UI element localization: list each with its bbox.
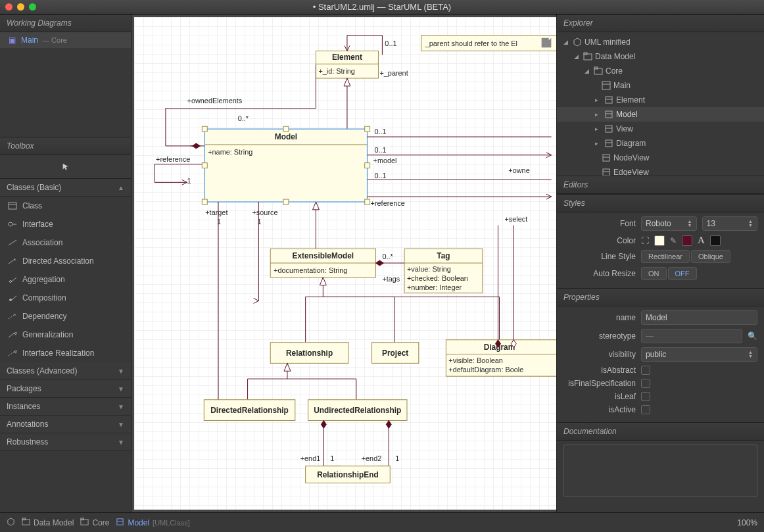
uml-class-relationship[interactable]: Relationship xyxy=(270,343,348,364)
prop-isfinal-checkbox[interactable] xyxy=(641,379,650,388)
zoom-level[interactable]: 100% xyxy=(737,518,757,527)
text-color-icon[interactable]: A xyxy=(698,235,705,246)
eyedropper-icon[interactable]: ⛶ xyxy=(641,236,649,245)
documentation-textarea[interactable] xyxy=(563,445,757,497)
svg-text:0..1: 0..1 xyxy=(375,172,387,180)
prop-name-input[interactable]: Model xyxy=(641,310,757,325)
group-annotations[interactable]: Annotations▼ xyxy=(0,416,131,433)
tree-node-model[interactable]: ▸Model xyxy=(557,107,764,122)
tree-node-element[interactable]: ▸Element xyxy=(557,93,764,107)
svg-text:0..*: 0..* xyxy=(238,114,249,122)
cursor-tool[interactable] xyxy=(0,155,131,179)
prop-isabstract-checkbox[interactable] xyxy=(641,366,650,375)
svg-point-2 xyxy=(9,222,12,226)
tree-node-view[interactable]: ▸View xyxy=(557,122,764,136)
tool-generalization[interactable]: Generalization xyxy=(0,326,131,344)
search-icon[interactable]: 🔍 xyxy=(748,331,757,341)
svg-text:0..1: 0..1 xyxy=(375,128,387,135)
svg-text:0..*: 0..* xyxy=(382,253,393,260)
tool-composition[interactable]: Composition xyxy=(0,289,131,307)
uml-class-tag[interactable]: Tag +value: String +checked: Boolean +nu… xyxy=(404,249,483,293)
svg-text:1: 1 xyxy=(395,454,399,462)
svg-line-6 xyxy=(12,278,16,281)
svg-text:0..1: 0..1 xyxy=(385,39,396,47)
uml-class-relationshipend[interactable]: RelationshipEnd xyxy=(306,466,391,483)
explorer-tree[interactable]: ◢UML minified ◢Data Model ◢Core Main ▸El… xyxy=(557,32,764,176)
breadcrumb-datamodel[interactable]: Data Model xyxy=(22,518,74,528)
chevron-down-icon: ▼ xyxy=(118,439,124,446)
svg-text:Tag: Tag xyxy=(437,251,450,260)
tree-node-core[interactable]: ◢Core xyxy=(557,64,764,78)
uml-class-extensiblemodel[interactable]: ExtensibleModel +documentation: String xyxy=(270,249,375,278)
group-instances[interactable]: Instances▼ xyxy=(0,398,131,416)
svg-text:+_id: String: +_id: String xyxy=(318,67,354,75)
fill-color-swatch[interactable] xyxy=(654,235,665,246)
status-bar: Data Model Core Model[UMLClass] 100% xyxy=(0,512,764,532)
tool-interface[interactable]: Interface xyxy=(0,215,131,233)
autoresize-off-button[interactable]: OFF xyxy=(668,267,697,280)
prop-stereotype-input[interactable]: — xyxy=(641,329,742,343)
uml-class-directedrelationship[interactable]: DirectedRelationship xyxy=(204,400,295,421)
svg-text:ExtensibleModel: ExtensibleModel xyxy=(293,251,354,260)
left-panel: Working Diagrams ▣ Main — Core Toolbox C… xyxy=(0,14,131,512)
linestyle-oblique-button[interactable]: Oblique xyxy=(691,250,730,263)
svg-text:+reference: +reference xyxy=(156,155,190,163)
tool-directed-association[interactable]: Directed Association xyxy=(0,252,131,270)
svg-text:+source: +source xyxy=(252,208,278,216)
group-packages[interactable]: Packages▼ xyxy=(0,380,131,398)
font-select[interactable]: Roboto▲▼ xyxy=(641,216,697,231)
prop-isleaf-label: isLeaf xyxy=(563,392,636,401)
tool-aggregation[interactable]: Aggregation xyxy=(0,270,131,289)
color-label: Color xyxy=(563,236,636,245)
linestyle-rectilinear-button[interactable]: Rectilinear xyxy=(641,250,690,263)
tool-association[interactable]: Association xyxy=(0,233,131,252)
svg-text:+ownedElements: +ownedElements xyxy=(187,97,243,105)
working-diagram-item[interactable]: ▣ Main — Core xyxy=(0,32,131,48)
tree-node-nodeview[interactable]: NodeView xyxy=(557,151,764,165)
text-color-swatch[interactable] xyxy=(710,235,721,246)
svg-line-8 xyxy=(9,314,15,319)
group-classes-basic[interactable]: Classes (Basic)▲ xyxy=(0,179,131,197)
svg-rect-83 xyxy=(606,97,612,103)
svg-rect-27 xyxy=(202,126,207,132)
tool-dependency[interactable]: Dependency xyxy=(0,307,131,326)
side-drawer-handle[interactable] xyxy=(539,36,556,52)
prop-visibility-select[interactable]: public▲▼ xyxy=(641,347,757,362)
tree-node-root[interactable]: ◢UML minified xyxy=(557,35,764,49)
chevron-up-icon: ▲ xyxy=(118,184,124,191)
prop-isleaf-checkbox[interactable] xyxy=(641,392,650,401)
svg-text:+visible: Boolean: +visible: Boolean xyxy=(448,356,503,364)
svg-line-7 xyxy=(12,296,16,300)
breadcrumb-project[interactable] xyxy=(7,518,15,528)
uml-class-model[interactable]: Model +name: String xyxy=(202,126,370,205)
linestyle-label: Line Style xyxy=(563,252,636,261)
tool-class[interactable]: Class xyxy=(0,197,131,215)
tree-node-diagram[interactable]: ▸Diagram xyxy=(557,136,764,151)
svg-text:+checked: Boolean: +checked: Boolean xyxy=(407,274,468,282)
breadcrumb-core[interactable]: Core xyxy=(80,518,109,528)
group-classes-advanced[interactable]: Classes (Advanced)▼ xyxy=(0,362,131,380)
tree-node-main[interactable]: Main xyxy=(557,78,764,93)
tree-node-edgeview[interactable]: EdgeView xyxy=(557,165,764,176)
styles-header: Styles xyxy=(557,194,764,212)
font-size-select[interactable]: 13▲▼ xyxy=(702,216,758,231)
group-robustness[interactable]: Robustness▼ xyxy=(0,433,131,451)
svg-text:+number: Integer: +number: Integer xyxy=(407,283,462,291)
svg-text:+tags: +tags xyxy=(382,275,400,283)
uml-class-undirectedrelationship[interactable]: UndirectedRelationship xyxy=(308,400,407,421)
uml-class-project[interactable]: Project xyxy=(372,343,419,364)
uml-note[interactable]: _parent should refer to the El xyxy=(421,36,556,51)
svg-text:+reference: +reference xyxy=(371,199,405,207)
diagram-canvas[interactable]: _parent should refer to the El 0..1 +_pa… xyxy=(134,17,556,510)
breadcrumb-model[interactable]: Model[UMLClass] xyxy=(116,518,190,528)
tree-node-datamodel[interactable]: ◢Data Model xyxy=(557,49,764,64)
line-color-swatch[interactable] xyxy=(682,235,692,246)
tool-interface-realization[interactable]: Interface Realization xyxy=(0,344,131,362)
prop-isactive-checkbox[interactable] xyxy=(641,405,650,414)
pencil-icon[interactable]: ✎ xyxy=(670,236,677,245)
uml-class-diagram[interactable]: Diagram +visible: Boolean +defaultDiagra… xyxy=(446,340,556,376)
autoresize-on-button[interactable]: ON xyxy=(641,267,667,280)
svg-text:Relationship: Relationship xyxy=(286,349,333,358)
uml-class-element[interactable]: Element +_id: String xyxy=(316,51,378,78)
editors-header[interactable]: Editors xyxy=(557,176,764,194)
